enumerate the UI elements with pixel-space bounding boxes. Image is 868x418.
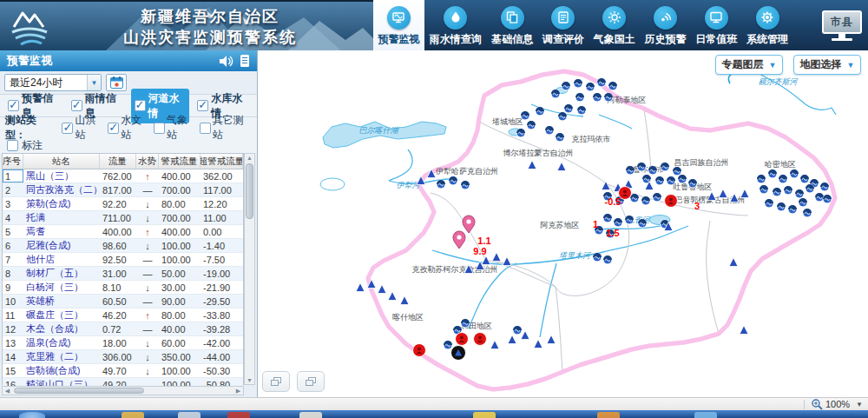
river-station-marker[interactable]: [648, 166, 657, 175]
filter-checkbox[interactable]: [197, 100, 208, 111]
zoom-control[interactable]: 100% ▼: [812, 399, 863, 410]
taskbar-start-orb[interactable]: [19, 412, 45, 418]
taskbar-icon[interactable]: [473, 412, 496, 418]
filter-checkbox[interactable]: [8, 100, 19, 111]
station-type-checkbox[interactable]: [200, 123, 211, 134]
flood-station-marker[interactable]: [534, 340, 542, 348]
scroll-down-arrow[interactable]: ▼: [245, 376, 254, 384]
scroll-right-arrow[interactable]: ▶: [233, 387, 243, 395]
nav-item-system-management[interactable]: 系统管理: [742, 0, 793, 50]
filter-checkbox[interactable]: [71, 100, 82, 111]
river-station-marker[interactable]: [564, 104, 573, 113]
annotate-checkbox[interactable]: [7, 140, 18, 151]
table-row[interactable]: 1黑山（三）762.00↑400.00362.00: [3, 169, 243, 183]
table-row[interactable]: 2同古孜洛克（二）817.00—700.00117.00: [3, 183, 243, 197]
city-county-button[interactable]: 市县: [815, 0, 868, 50]
critical-station-marker[interactable]: [451, 346, 466, 361]
flood-station-marker[interactable]: [547, 335, 556, 344]
h-scroll-thumb[interactable]: [14, 388, 144, 394]
table-row[interactable]: 4托满711.00↓700.0011.00: [3, 211, 243, 225]
river-station-marker[interactable]: [551, 90, 560, 98]
station-type-item-3[interactable]: 其它测站: [200, 113, 252, 143]
flood-station-marker[interactable]: [740, 189, 749, 198]
river-station-marker[interactable]: [673, 167, 681, 176]
river-station-marker[interactable]: [575, 93, 584, 102]
river-station-marker[interactable]: [678, 175, 687, 183]
river-station-marker[interactable]: [641, 196, 650, 205]
flood-station-marker[interactable]: [521, 331, 529, 340]
table-row[interactable]: 8制材厂（五）31.00—50.00-19.00: [3, 267, 243, 281]
table-row[interactable]: 5焉耆400.00↑400.000.00: [3, 225, 243, 239]
station-type-checkbox[interactable]: [154, 123, 165, 134]
nav-item-basic-info[interactable]: 基础信息: [487, 0, 538, 50]
river-station-marker[interactable]: [437, 180, 445, 189]
river-station-marker[interactable]: [823, 195, 832, 203]
map-select-button[interactable]: 地图选择 ▼: [793, 55, 861, 75]
river-station-marker[interactable]: [574, 79, 582, 88]
river-station-marker[interactable]: [779, 175, 787, 183]
flood-station-marker[interactable]: [400, 296, 409, 305]
river-station-marker[interactable]: [608, 82, 617, 90]
table-row[interactable]: 14克里雅（二）306.00↓350.00-44.00: [3, 350, 243, 364]
river-station-marker[interactable]: [768, 169, 777, 178]
nav-item-warning-monitor[interactable]: 预警监视: [373, 0, 424, 50]
river-station-marker[interactable]: [461, 181, 470, 189]
river-station-marker[interactable]: [799, 198, 807, 207]
filter-checkbox[interactable]: [135, 100, 146, 111]
taskbar-icon[interactable]: [694, 412, 717, 418]
flood-station-marker[interactable]: [356, 283, 365, 292]
river-station-marker[interactable]: [820, 182, 829, 191]
table-row[interactable]: 10英雄桥60.50—90.00-29.50: [3, 295, 243, 309]
river-station-marker[interactable]: [586, 83, 595, 91]
flood-station-marker[interactable]: [492, 253, 501, 262]
river-station-marker[interactable]: [655, 176, 664, 185]
table-row[interactable]: 11碾盘庄（三）46.20↑80.00-33.80: [3, 309, 243, 322]
river-station-marker[interactable]: [516, 129, 525, 137]
column-header-trend[interactable]: 水势: [136, 154, 159, 169]
river-station-marker[interactable]: [803, 209, 812, 217]
river-station-marker[interactable]: [773, 188, 781, 196]
flood-station-marker[interactable]: [490, 341, 499, 349]
river-station-marker[interactable]: [688, 179, 697, 188]
table-row[interactable]: 7他什店92.50—100.00-7.50: [3, 253, 243, 267]
taskbar-icon[interactable]: [597, 412, 620, 418]
taskbar-icon[interactable]: [122, 412, 144, 418]
river-station-marker[interactable]: [661, 163, 669, 171]
flood-station-marker[interactable]: [508, 335, 516, 344]
flood-station-marker[interactable]: [557, 163, 566, 171]
river-station-marker[interactable]: [449, 176, 457, 185]
river-station-marker[interactable]: [614, 218, 622, 227]
flood-station-marker[interactable]: [729, 258, 738, 267]
nav-item-rain-water-query[interactable]: 雨水情查询: [424, 0, 487, 50]
alarm-station-marker[interactable]: [665, 195, 678, 208]
table-row[interactable]: 3策勒(合成)92.20↓80.0012.20: [3, 197, 243, 211]
river-station-marker[interactable]: [603, 214, 612, 222]
column-header-warn[interactable]: 警戒流量: [159, 154, 201, 169]
flood-station-marker[interactable]: [482, 256, 490, 265]
river-station-marker[interactable]: [556, 133, 564, 142]
river-station-marker[interactable]: [603, 255, 612, 264]
river-station-marker[interactable]: [667, 176, 675, 185]
river-station-marker[interactable]: [545, 126, 554, 135]
alarm-station-marker[interactable]: [474, 333, 487, 346]
river-station-marker[interactable]: [788, 205, 797, 214]
river-station-marker[interactable]: [757, 175, 766, 183]
h-scrollbar[interactable]: ◀ ▶: [2, 386, 244, 395]
nav-item-history-warning[interactable]: 历史预警: [640, 0, 691, 50]
river-station-marker[interactable]: [795, 189, 804, 198]
river-station-marker[interactable]: [444, 341, 452, 349]
river-station-marker[interactable]: [593, 93, 602, 102]
river-station-marker[interactable]: [536, 107, 544, 116]
river-station-marker[interactable]: [604, 93, 613, 102]
topic-layer-button[interactable]: 专题图层 ▼: [715, 55, 783, 75]
table-row[interactable]: 12木垒（合成）0.72—40.00-39.28: [3, 322, 243, 336]
river-station-marker[interactable]: [653, 193, 661, 202]
taskbar-icon[interactable]: [227, 412, 250, 418]
nav-item-survey-evaluation[interactable]: 调查评价: [538, 0, 589, 50]
river-station-marker[interactable]: [527, 121, 536, 129]
river-station-marker[interactable]: [562, 82, 570, 90]
warning-pin-marker[interactable]: [453, 231, 465, 249]
river-station-marker[interactable]: [790, 169, 799, 178]
map-canvas[interactable]: 阿勒泰地区塔城地区克拉玛依市博尔塔拉蒙古自治州伊犁哈萨克自治州昌吉回族自治州乌鲁…: [258, 50, 868, 397]
scroll-left-arrow[interactable]: ◀: [3, 387, 12, 395]
